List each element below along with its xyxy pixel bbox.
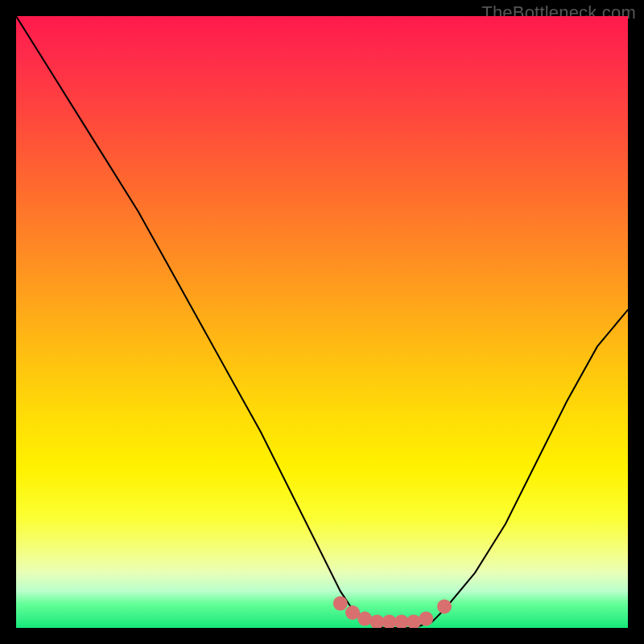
trough-markers bbox=[333, 597, 452, 628]
trough-marker bbox=[357, 612, 372, 626]
plot-area bbox=[16, 16, 628, 628]
curve-svg bbox=[16, 16, 628, 628]
trough-marker bbox=[437, 599, 452, 613]
trough-marker bbox=[419, 612, 433, 626]
trough-marker bbox=[407, 614, 421, 628]
chart-frame: TheBottleneck.com bbox=[0, 0, 644, 644]
bottleneck-curve bbox=[16, 16, 628, 628]
trough-marker bbox=[333, 597, 348, 611]
